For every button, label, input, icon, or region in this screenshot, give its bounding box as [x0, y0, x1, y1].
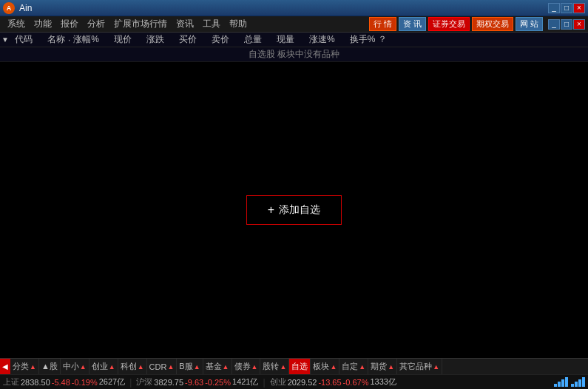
menu-tools[interactable]: 工具: [198, 16, 225, 32]
col-name: 名称: [46, 33, 67, 46]
app-logo: A: [3, 2, 15, 14]
menu-maximize-button[interactable]: □: [561, 19, 572, 30]
btn-qhjy[interactable]: 期权交易: [472, 17, 513, 31]
column-header: ▼ 代码 名称 · 涨幅% 现价 涨跌 买价 卖价 总量 现量 涨速% 换手% …: [0, 33, 588, 47]
tab-others[interactable]: 其它品种▲: [397, 359, 442, 375]
plus-icon: +: [268, 203, 274, 217]
cy-value: 2029.52: [288, 378, 317, 387]
sh-value: 2838.50: [21, 378, 50, 387]
col-change: 涨跌: [145, 33, 166, 46]
btn-zqjy[interactable]: 证券交易: [428, 17, 470, 31]
signal-indicators: [554, 377, 585, 387]
sig-bar-4: [565, 377, 568, 387]
title-left: A Ain: [3, 2, 32, 14]
tab-ashare[interactable]: ▲股: [39, 359, 61, 375]
tab-fenlei[interactable]: 分类▲: [10, 359, 39, 375]
btn-zixun[interactable]: 资 讯: [399, 17, 426, 31]
menu-right-buttons: 行 情 资 讯 证券交易 期权交易 网 站 _ □ ×: [369, 17, 585, 31]
app-title: Ain: [19, 3, 32, 13]
menu-items: 系统 功能 报价 分析 扩展市场行情 资讯 工具 帮助: [3, 16, 251, 32]
tab-ziding[interactable]: 自定▲: [339, 359, 368, 375]
tab-zhongxiao[interactable]: 中小▲: [61, 359, 89, 375]
sig-bar-2: [558, 382, 561, 387]
tab-guzhuanzhuan[interactable]: 股转▲: [260, 359, 289, 375]
sh-pct: -0.19%: [72, 378, 98, 387]
menu-help[interactable]: 帮助: [225, 16, 251, 32]
signal-group-2: [571, 377, 585, 387]
col-totalvol: 总量: [243, 33, 263, 46]
col-question: ？: [376, 33, 388, 46]
menu-info[interactable]: 资讯: [172, 16, 198, 32]
add-watchlist-button[interactable]: + 添加自选: [246, 195, 342, 225]
app-container: A Ain _ □ × 系统 功能 报价 分析 扩展市场行情 资讯 工具 帮助 …: [0, 0, 588, 389]
tab-fund[interactable]: 基金▲: [203, 359, 232, 375]
empty-notice: 自选股 板块中没有品种: [0, 47, 588, 62]
sh-vol: 2627亿: [99, 376, 125, 388]
tab-futures[interactable]: 期货▲: [368, 359, 397, 375]
maximize-button[interactable]: □: [561, 3, 572, 13]
sh-label: 上证: [3, 376, 19, 388]
hs-value: 3829.75: [154, 378, 183, 387]
col-turnover: 换手%: [348, 33, 377, 46]
sig-bar-7: [578, 379, 581, 387]
btn-wangzhan[interactable]: 网 站: [516, 17, 543, 31]
col-code: 代码: [13, 33, 34, 46]
hs-change: -9.63: [185, 378, 203, 387]
sig-bar-3: [561, 379, 564, 387]
col-sellprice: 卖价: [210, 33, 231, 46]
col-dot: ·: [68, 35, 70, 45]
title-bar: A Ain _ □ ×: [0, 0, 588, 16]
status-chuangye: 创业 2029.52 -13.65 -0.67% 1333亿: [270, 376, 396, 388]
sig-bar-5: [571, 384, 574, 387]
tab-bond[interactable]: 债券▲: [232, 359, 261, 375]
sig-bar-8: [582, 377, 585, 387]
tab-bankuai[interactable]: 板块▲: [311, 359, 339, 375]
add-btn-label: 添加自选: [279, 203, 320, 217]
menu-bar: 系统 功能 报价 分析 扩展市场行情 资讯 工具 帮助 行 情 资 讯 证券交易…: [0, 16, 588, 33]
dropdown-arrow[interactable]: ▼: [1, 35, 13, 44]
menu-system[interactable]: 系统: [3, 16, 30, 32]
col-buyprice: 买价: [178, 33, 198, 46]
col-curvol: 现量: [275, 33, 296, 46]
menu-close-button[interactable]: ×: [573, 19, 585, 30]
tab-zixuan[interactable]: 自选: [289, 359, 311, 375]
status-bar: 上证 2838.50 -5.48 -0.19% 2627亿 | 沪深 3829.…: [0, 374, 588, 389]
cy-pct: -0.67%: [343, 378, 369, 387]
col-changepct: 涨幅%: [72, 33, 101, 46]
menu-quote[interactable]: 报价: [56, 16, 83, 32]
hs-pct: -0.25%: [205, 378, 231, 387]
close-button[interactable]: ×: [573, 3, 585, 13]
tab-bshare[interactable]: B服▲: [177, 359, 203, 375]
btn-hangqing[interactable]: 行 情: [369, 17, 396, 31]
menu-function[interactable]: 功能: [30, 16, 56, 32]
hs-vol: 1421亿: [232, 376, 258, 388]
tab-scroll-left[interactable]: ◀: [0, 359, 10, 375]
sig-bar-6: [575, 382, 578, 387]
menu-extend[interactable]: 扩展市场行情: [109, 16, 172, 32]
col-price: 现价: [112, 33, 133, 46]
main-content: + 添加自选: [0, 62, 588, 358]
cy-vol: 1333亿: [370, 376, 396, 388]
col-speedpct: 涨速%: [308, 33, 337, 46]
status-hushen: 沪深 3829.75 -9.63 -0.25% 1421亿: [136, 376, 258, 388]
sh-change: -5.48: [52, 378, 70, 387]
menu-minimize-button[interactable]: _: [548, 19, 560, 30]
tab-bar: ◀ 分类▲ ▲股 中小▲ 创业▲ 科创▲ CDR▲ B服▲ 基金▲ 债券▲ 股转…: [0, 358, 588, 374]
tab-cdr[interactable]: CDR▲: [147, 359, 178, 375]
status-shanghai: 上证 2838.50 -5.48 -0.19% 2627亿: [3, 376, 125, 388]
sig-bar-1: [554, 384, 557, 387]
minimize-button[interactable]: _: [548, 3, 560, 13]
window-controls: _ □ ×: [548, 3, 585, 13]
tab-chuangye[interactable]: 创业▲: [89, 359, 118, 375]
signal-group-1: [554, 377, 568, 387]
cy-label: 创业: [270, 376, 286, 388]
hs-label: 沪深: [136, 376, 152, 388]
tab-kechuang[interactable]: 科创▲: [118, 359, 147, 375]
cy-change: -13.65: [318, 378, 341, 387]
menu-analysis[interactable]: 分析: [83, 16, 109, 32]
